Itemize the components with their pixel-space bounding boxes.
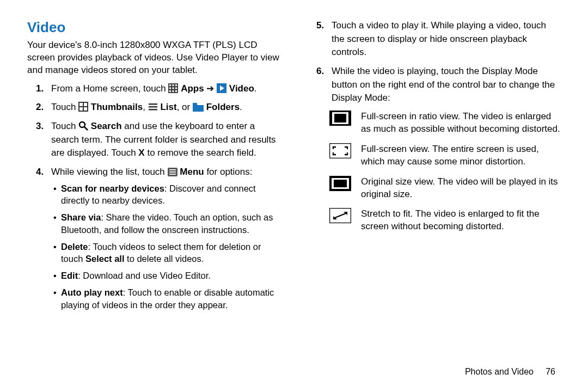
sub-edit: Edit: Download and use Video Editor. [53, 270, 280, 282]
mode-original: Original size view. The video will be pl… [329, 176, 561, 201]
sub-auto: Auto play next: Touch to enable or disab… [53, 286, 280, 311]
svg-rect-34 [334, 180, 347, 187]
list-icon [148, 102, 158, 112]
stretch-fit-icon [329, 208, 351, 226]
step-5: Touch a video to play it. While playing … [332, 19, 561, 59]
sub-share: Share via: Share the video. Touch an opt… [53, 211, 280, 236]
svg-rect-7 [169, 90, 171, 92]
svg-rect-19 [149, 106, 157, 108]
svg-rect-2 [173, 84, 174, 86]
svg-rect-25 [169, 169, 176, 170]
svg-rect-5 [173, 87, 174, 89]
svg-rect-6 [175, 87, 177, 89]
ratio-view-icon [329, 111, 351, 128]
svg-rect-3 [175, 84, 177, 86]
step-6: While the video is playing, touch the Di… [332, 65, 561, 105]
svg-rect-26 [169, 171, 176, 173]
thumbnails-icon [78, 102, 88, 112]
page-footer: Photos and Video 76 [465, 367, 555, 377]
svg-rect-16 [84, 107, 87, 111]
fullscreen-icon [329, 143, 351, 161]
svg-rect-31 [329, 143, 351, 158]
original-size-icon [329, 176, 351, 194]
step-1: From a Home screen, touch Apps ➔ Video. [51, 82, 280, 96]
svg-rect-18 [149, 103, 157, 105]
svg-line-23 [84, 127, 88, 130]
video-play-icon [217, 83, 226, 93]
step-3: Touch Search and use the keyboard to ent… [51, 120, 280, 160]
footer-page: 76 [546, 367, 555, 376]
mode-fullscreen: Full-screen view. The entire screen is u… [329, 143, 561, 168]
svg-rect-9 [175, 90, 177, 92]
search-icon [78, 121, 88, 131]
apps-grid-icon [168, 83, 178, 93]
mode-ratio: Full-screen in ratio view. The video is … [329, 111, 561, 136]
folders-icon [193, 103, 204, 112]
footer-section: Photos and Video [465, 367, 534, 376]
left-column: Video Your device's 8.0-inch 1280x800 WX… [27, 19, 280, 351]
svg-rect-27 [169, 174, 176, 175]
intro-text: Your device's 8.0-inch 1280x800 WXGA TFT… [27, 39, 280, 77]
svg-point-22 [79, 122, 85, 127]
step-4: While viewing the list, touch Menu for o… [51, 166, 280, 311]
sub-scan: Scan for nearby devices: Discover and co… [53, 182, 280, 207]
mode-stretch: Stretch to fit. The video is enlarged to… [329, 208, 561, 233]
svg-rect-1 [169, 84, 171, 86]
svg-rect-4 [169, 87, 171, 89]
svg-rect-30 [334, 114, 346, 122]
menu-icon [168, 168, 177, 176]
svg-rect-15 [79, 107, 83, 111]
svg-rect-8 [173, 90, 174, 92]
section-title: Video [27, 19, 280, 36]
sub-delete: Delete: Touch videos to select them for … [53, 241, 280, 266]
svg-rect-13 [79, 103, 83, 106]
right-column: Touch a video to play it. While playing … [308, 19, 561, 351]
svg-rect-21 [193, 103, 197, 105]
svg-rect-14 [84, 103, 87, 106]
step-2: Touch Thumbnails, List, or Folders. [51, 101, 280, 114]
svg-rect-20 [149, 109, 157, 111]
